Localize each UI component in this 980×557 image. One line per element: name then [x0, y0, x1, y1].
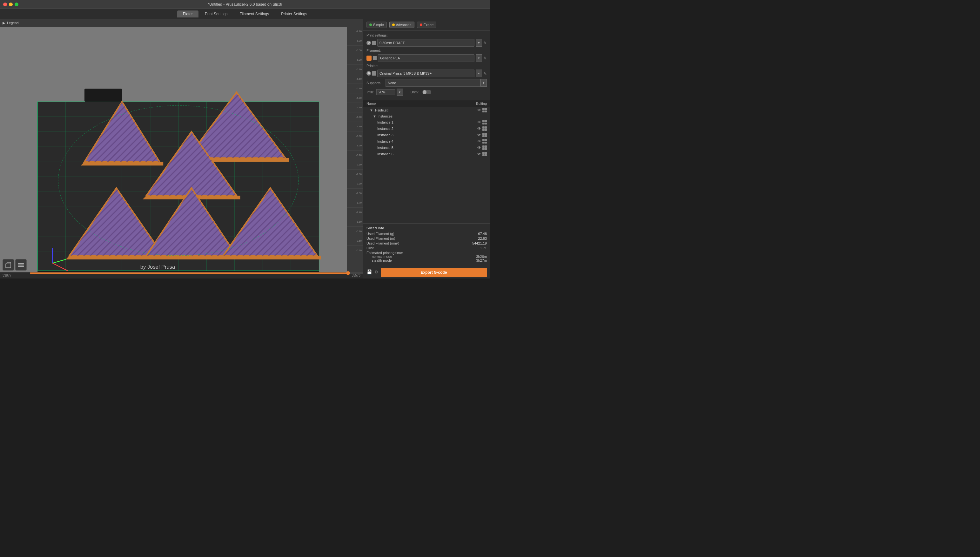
- tree-file-item[interactable]: ▼ 1-side.stl 👁: [363, 107, 490, 113]
- tab-print-settings[interactable]: Print Settings: [199, 10, 233, 18]
- expert-mode-button[interactable]: Expert: [417, 21, 437, 28]
- file-eye-icon[interactable]: 👁: [477, 108, 481, 112]
- filament-edit-icon[interactable]: ✎: [483, 56, 487, 61]
- ruler-tick: -0.50: [347, 236, 363, 246]
- ruler-tick: -3.80: [347, 132, 363, 141]
- ruler-tick: -5.30: [347, 84, 363, 93]
- print-settings-lock-icon: [372, 41, 376, 45]
- stealth-mode-row: - stealth mode 3h27m: [366, 259, 487, 262]
- instance-2-instance-icon[interactable]: [482, 126, 487, 131]
- ruler-tick: -0.80: [347, 227, 363, 236]
- tree-instance-1[interactable]: Instance 1 👁: [363, 119, 490, 125]
- tree-instance-5-icons: 👁: [477, 145, 487, 150]
- print-settings-edit-icon[interactable]: ✎: [483, 41, 487, 46]
- printer-edit-icon[interactable]: ✎: [483, 71, 487, 76]
- normal-mode-label: - normal mode: [370, 255, 392, 259]
- printer-gear-icon[interactable]: ⊟: [366, 71, 371, 76]
- tree-file-icons: 👁: [477, 108, 487, 112]
- filament-arrow[interactable]: ▼: [476, 54, 482, 62]
- brim-toggle[interactable]: [422, 90, 431, 94]
- tab-printer-settings[interactable]: Printer Settings: [275, 10, 313, 18]
- bottom-toolbar: 33877 35576: [0, 272, 363, 278]
- instance-1-instance-icon[interactable]: [482, 120, 487, 124]
- expert-mode-indicator: [420, 23, 422, 26]
- close-button[interactable]: [3, 3, 7, 7]
- infill-arrow[interactable]: ▼: [397, 89, 403, 96]
- instance-6-instance-icon[interactable]: [482, 152, 487, 156]
- printer-dropdown[interactable]: Original Prusa i3 MK3S & MK3S+: [377, 70, 474, 77]
- print-settings-dropdown[interactable]: 0.30mm DRAFT: [377, 39, 474, 47]
- ruler-tick: -1.10: [347, 217, 363, 227]
- advanced-mode-label: Advanced: [396, 23, 412, 27]
- tree-instance-6-icons: 👁: [477, 152, 487, 156]
- svg-text:by Josef Prusa: by Josef Prusa: [140, 264, 175, 270]
- instance-4-instance-icon[interactable]: [482, 139, 487, 143]
- print-settings-label: Print settings:: [366, 33, 388, 37]
- tab-plater[interactable]: Plater: [177, 10, 199, 18]
- instance-3-instance-icon[interactable]: [482, 133, 487, 137]
- export-gcode-button[interactable]: Export G-code: [381, 268, 487, 277]
- tree-instance-5[interactable]: Instance 5 👁: [363, 145, 490, 151]
- layers-view-button[interactable]: [15, 259, 27, 270]
- tree-instance-6[interactable]: Instance 6 👁: [363, 151, 490, 157]
- save-icon[interactable]: 💾: [366, 269, 372, 274]
- ruler-tick: -5.90: [347, 65, 363, 74]
- tree-instance-4-icons: 👁: [477, 139, 487, 143]
- used-filament-g-row: Used Filament (g) 67.48: [366, 232, 487, 236]
- filament-dropdown[interactable]: Generic PLA: [378, 54, 474, 62]
- export-settings-icon[interactable]: ⚙: [374, 270, 378, 274]
- used-filament-m-label: Used Filament (m): [366, 236, 395, 240]
- view-tools: [3, 259, 27, 270]
- ruler-tick: -4.10: [347, 122, 363, 132]
- ruler-tick: -5.60: [347, 74, 363, 84]
- print-settings-control-row: ⚙ 0.30mm DRAFT ▼ ✎: [366, 39, 487, 47]
- ruler-tick: -6.20: [347, 55, 363, 65]
- ruler-tick: 2.90 2.90(10): [347, 160, 363, 169]
- 3d-view-button[interactable]: [3, 259, 14, 270]
- filament-color-swatch[interactable]: [366, 55, 371, 61]
- tabbar: Plater Print Settings Filament Settings …: [0, 9, 490, 19]
- ruler-tick: -2.60: [347, 169, 363, 179]
- tree-instance-4-label: Instance 4: [377, 139, 477, 143]
- used-filament-mm3-row: Used Filament (mm³) 54421.19: [366, 241, 487, 245]
- minimize-button[interactable]: [9, 3, 13, 7]
- instance-4-eye-icon[interactable]: 👁: [477, 139, 481, 143]
- tree-instance-6-label: Instance 6: [377, 152, 477, 156]
- instance-3-eye-icon[interactable]: 👁: [477, 133, 481, 137]
- cost-row: Cost 1.71: [366, 246, 487, 250]
- tree-instance-1-icons: 👁: [477, 120, 487, 124]
- ruler-tick: -0.20: [347, 246, 363, 255]
- tree-instance-4[interactable]: Instance 4 👁: [363, 138, 490, 145]
- print-settings-gear-icon[interactable]: ⚙: [366, 41, 371, 45]
- instance-5-eye-icon[interactable]: 👁: [477, 145, 481, 150]
- tree-panel: Name Editing ▼ 1-side.stl 👁 ▼ Instances: [363, 100, 490, 223]
- instance-6-eye-icon[interactable]: 👁: [477, 152, 481, 156]
- settings-section: Print settings: ⚙ 0.30mm DRAFT ▼ ✎ Filam…: [363, 31, 490, 100]
- 3d-viewport[interactable]: ▶ Legend: [0, 19, 363, 278]
- tree-instance-3-label: Instance 3: [377, 133, 477, 137]
- print-settings-arrow[interactable]: ▼: [476, 39, 482, 47]
- tab-filament-settings[interactable]: Filament Settings: [234, 10, 275, 18]
- tree-instances-group[interactable]: ▼ Instances: [363, 113, 490, 119]
- maximize-button[interactable]: [15, 3, 18, 7]
- tree-instance-3[interactable]: Instance 3 👁: [363, 132, 490, 138]
- infill-input[interactable]: [376, 89, 396, 95]
- printer-label: Printer:: [366, 64, 386, 68]
- tree-instance-2-label: Instance 2: [377, 127, 477, 130]
- ruler-tick: -2.00: [347, 189, 363, 198]
- print-settings-row: Print settings:: [366, 33, 487, 37]
- simple-mode-button[interactable]: Simple: [366, 21, 387, 28]
- instance-5-instance-icon[interactable]: [482, 145, 487, 150]
- tree-instance-2[interactable]: Instance 2 👁: [363, 125, 490, 132]
- filament-lock-icon: [373, 56, 377, 60]
- tree-file-name: 1-side.stl: [374, 108, 477, 112]
- printer-arrow[interactable]: ▼: [476, 70, 482, 77]
- main-content: ▶ Legend: [0, 19, 490, 278]
- advanced-mode-button[interactable]: Advanced: [389, 21, 414, 28]
- file-instance-icon[interactable]: [482, 108, 487, 112]
- stealth-mode-value: 3h27m: [476, 259, 487, 262]
- filament-value: Generic PLA: [380, 56, 400, 60]
- supports-arrow[interactable]: ▼: [480, 79, 487, 87]
- instance-2-eye-icon[interactable]: 👁: [477, 126, 481, 131]
- instance-1-eye-icon[interactable]: 👁: [477, 120, 481, 124]
